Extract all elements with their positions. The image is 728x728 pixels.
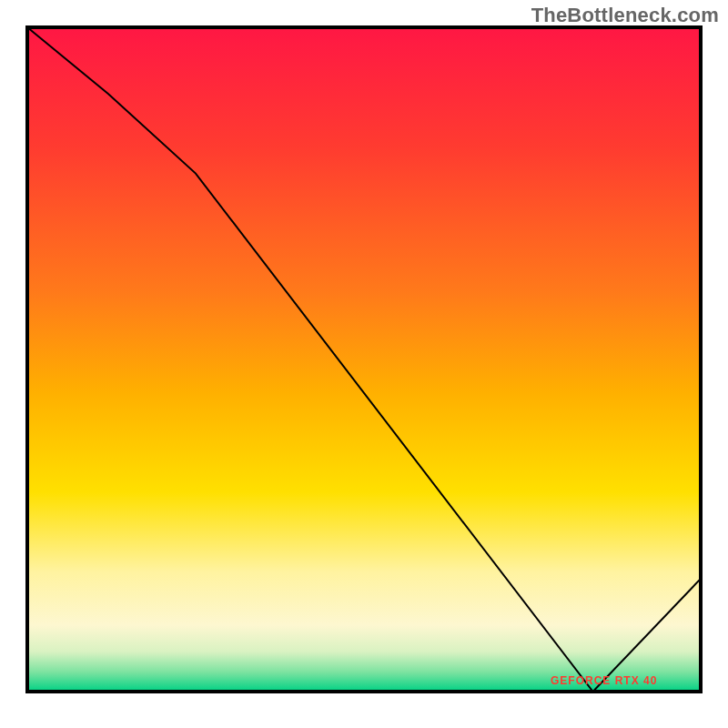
plot-background [27,27,701,692]
chart-svg [0,0,728,728]
watermark-text: TheBottleneck.com [531,4,719,27]
x-axis-marker-label: GEFORCE RTX 40 [551,674,657,687]
chart-frame: TheBottleneck.com GEFORCE RTX 40 [0,0,728,728]
